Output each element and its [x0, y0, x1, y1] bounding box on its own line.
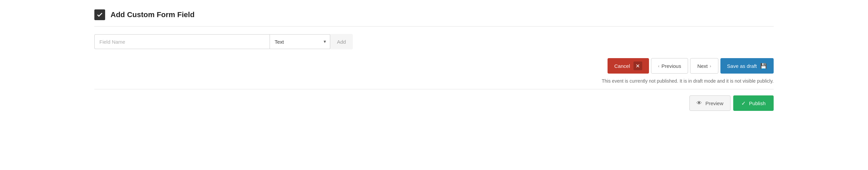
checkmark-icon: ✓	[741, 100, 746, 107]
save-draft-label: Save as draft	[727, 63, 757, 69]
next-label: Next	[697, 63, 708, 69]
checkbox-checked-icon	[94, 9, 105, 20]
type-select[interactable]: Text Number Email Date Checkbox	[270, 34, 330, 49]
previous-button[interactable]: ‹ Previous	[651, 58, 688, 74]
chevron-right-icon: ›	[710, 63, 711, 69]
previous-label: Previous	[661, 63, 681, 69]
eye-icon: 👁	[696, 100, 702, 106]
section-title: Add Custom Form Field	[111, 10, 194, 19]
preview-label: Preview	[705, 100, 723, 106]
add-button[interactable]: Add	[330, 34, 353, 49]
cancel-label: Cancel	[614, 63, 630, 69]
status-message: This event is currently not published. I…	[94, 76, 774, 89]
save-draft-button[interactable]: Save as draft 💾	[720, 58, 774, 74]
cancel-button[interactable]: Cancel ✕	[608, 58, 649, 74]
next-button[interactable]: Next ›	[690, 58, 718, 74]
chevron-left-icon: ‹	[658, 63, 659, 69]
form-row: Text Number Email Date Checkbox ▼ Add	[94, 27, 774, 55]
publish-button[interactable]: ✓ Publish	[733, 95, 774, 111]
close-icon: ✕	[633, 61, 642, 70]
publish-label: Publish	[749, 100, 766, 106]
preview-button[interactable]: 👁 Preview	[689, 95, 730, 111]
save-icon: 💾	[760, 63, 767, 69]
action-row: Cancel ✕ ‹ Previous Next › Save as draft…	[94, 55, 774, 76]
field-name-input[interactable]	[94, 34, 270, 49]
bottom-row: 👁 Preview ✓ Publish	[94, 89, 774, 111]
type-select-wrapper: Text Number Email Date Checkbox ▼	[270, 34, 330, 49]
